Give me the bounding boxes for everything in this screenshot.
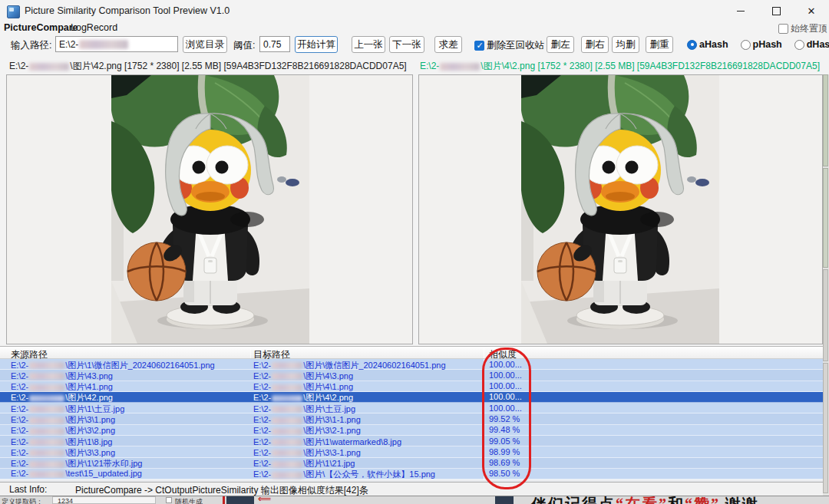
always-on-top-checkbox[interactable]: 始终置顶 xyxy=(778,22,827,35)
toolbar: 输入路径: E:\2- 浏览目录 阈值: 0.75 开始计算 上一张 下一张 求… xyxy=(0,35,829,58)
redacted-path xyxy=(272,406,302,413)
left-file-info: E:\2-\图片\42.png [1752 * 2380] [2.55 MB] … xyxy=(9,60,407,73)
start-compute-button[interactable]: 开始计算 xyxy=(295,36,338,53)
status-bar: Last Info: PictureCompare -> CtOutputPic… xyxy=(0,482,829,496)
target-image xyxy=(521,75,719,344)
source-image xyxy=(111,75,309,344)
similarity-value: 100.00... xyxy=(489,371,535,380)
target-image-panel[interactable] xyxy=(418,74,823,344)
redacted-path xyxy=(29,373,64,380)
threshold-label: 阈值: xyxy=(233,39,255,52)
similarity-value: 98.69 % xyxy=(489,458,535,467)
delete-right-button[interactable]: 删右 xyxy=(581,36,609,53)
title-bar: Picture Similarity Comparison Tool Previ… xyxy=(0,0,829,21)
random-label: 随机生成 xyxy=(175,497,203,504)
redacted-path xyxy=(29,461,64,468)
background-window-strip: 定义提取码： 1234 随机生成 ⟸ 伴们记得点“在看”和“赞” 谢谢 xyxy=(0,496,829,504)
source-image-panel[interactable] xyxy=(6,74,413,344)
redacted-path xyxy=(272,450,302,456)
redacted-path xyxy=(272,439,302,446)
redacted-path xyxy=(272,417,302,424)
results-table: E:\2-\图片\1\微信图片_20240602164051.pngE:\2-\… xyxy=(0,359,823,480)
similarity-value: 98.99 % xyxy=(489,447,535,456)
prev-image-button[interactable]: 上一张 xyxy=(352,36,385,53)
menu-picturecompare[interactable]: PictureCompare xyxy=(4,22,78,33)
maximize-button[interactable] xyxy=(758,0,794,21)
diff-button[interactable]: 求差 xyxy=(434,36,462,53)
checkbox-checked-icon xyxy=(474,41,484,51)
file-info-row: E:\2-\图片\42.png [1752 * 2380] [2.55 MB] … xyxy=(0,58,829,74)
hash-radio-dhash[interactable]: dHash xyxy=(794,39,829,50)
delete-left-button[interactable]: 删左 xyxy=(547,36,574,53)
similarity-value: 100.00... xyxy=(489,392,535,401)
redacted-path xyxy=(440,63,480,71)
redacted-path xyxy=(79,40,128,49)
dark-block xyxy=(226,496,254,504)
redacted-path xyxy=(29,450,64,456)
delete-dup-button[interactable]: 删重 xyxy=(646,36,673,53)
radio-icon xyxy=(741,40,751,50)
table-row[interactable]: E:\2-\图片\1\8.jpgE:\2-\图片\1\watermarked\8… xyxy=(0,436,823,446)
redacted-path xyxy=(29,428,64,435)
browse-button[interactable]: 浏览目录 xyxy=(183,36,227,53)
redacted-path xyxy=(272,362,302,369)
window-title: Picture Similarity Comparison Tool Previ… xyxy=(25,5,230,16)
table-header: 来源路径 目标路径 相似度 xyxy=(0,346,823,359)
redacted-path xyxy=(272,461,302,468)
redacted-path xyxy=(29,471,64,478)
similarity-value: 100.00... xyxy=(489,404,535,413)
occluded-window-sliver xyxy=(823,74,829,496)
app-icon xyxy=(7,5,20,18)
table-row[interactable]: E:\2-\图片\1\土豆.jpgE:\2-\图片\土豆.jpg100.00..… xyxy=(0,403,823,413)
delete-both-button[interactable]: 均删 xyxy=(612,36,639,53)
redacted-path xyxy=(29,417,64,424)
redacted-path xyxy=(272,395,302,402)
redacted-path xyxy=(272,384,302,391)
redacted-path xyxy=(272,428,302,435)
radio-icon xyxy=(687,40,697,50)
promo-text: 伴们记得点“在看”和“赞” 谢谢 xyxy=(531,496,759,504)
right-file-info: E:\2-\图片\4\2.png [1752 * 2380] [2.55 MB]… xyxy=(420,60,820,73)
checkbox-icon xyxy=(778,24,788,34)
table-row[interactable]: E:\2-\图片\41.pngE:\2-\图片\4\1.png100.00... xyxy=(0,381,823,392)
red-bar xyxy=(223,496,225,504)
table-row[interactable]: E:\2-\图片\1\微信图片_20240602164051.pngE:\2-\… xyxy=(0,359,823,370)
table-row[interactable]: E:\2-\图片\1\21带水印.jpgE:\2-\图片\1\21.jpg98.… xyxy=(0,458,823,469)
table-row[interactable]: E:\2-\图片\42.pngE:\2-\图片\4\2.png100.00... xyxy=(0,392,823,403)
redacted-path xyxy=(29,439,64,446)
minimize-button[interactable] xyxy=(723,0,758,21)
redacted-path xyxy=(272,373,302,380)
similarity-value: 99.48 % xyxy=(489,425,535,434)
random-checkbox[interactable] xyxy=(166,497,172,503)
menu-bar: PictureCompare LogRecord 始终置顶 xyxy=(0,21,829,35)
status-label: Last Info: xyxy=(9,484,47,495)
hash-radio-phash[interactable]: pHash xyxy=(741,39,782,50)
dark-block xyxy=(495,496,514,504)
table-row[interactable]: E:\2-\test\15_updated.jpgE:\2-\图片\【公众号，软… xyxy=(0,469,823,479)
recycle-bin-checkbox[interactable]: 删除至回收站 xyxy=(474,39,544,52)
input-path-field[interactable]: E:\2- xyxy=(55,36,178,52)
input-path-label: 输入路径: xyxy=(11,39,51,52)
hash-radio-ahash[interactable]: aHash xyxy=(687,39,728,50)
redacted-path xyxy=(29,406,64,413)
menu-logrecord[interactable]: LogRecord xyxy=(71,22,117,33)
redacted-path xyxy=(29,395,64,402)
table-row[interactable]: E:\2-\图片\3\3.pngE:\2-\图片\3\3-1.png98.99 … xyxy=(0,446,823,457)
similarity-value: 100.00... xyxy=(489,381,535,390)
code-value-field[interactable]: 1234 xyxy=(52,496,156,504)
similarity-value: 99.05 % xyxy=(489,436,535,446)
redacted-path xyxy=(29,63,69,71)
similarity-value: 98.50 % xyxy=(489,469,535,478)
code-label: 定义提取码： xyxy=(2,497,43,504)
next-image-button[interactable]: 下一张 xyxy=(389,36,424,53)
similarity-value: 100.00... xyxy=(489,360,535,369)
table-row[interactable]: E:\2-\图片\43.pngE:\2-\图片\4\3.png100.00... xyxy=(0,370,823,380)
app-window: Picture Similarity Comparison Tool Previ… xyxy=(0,0,829,504)
threshold-field[interactable]: 0.75 xyxy=(259,36,290,52)
table-row[interactable]: E:\2-\图片\3\2.pngE:\2-\图片\3\2-1.png99.48 … xyxy=(0,425,823,436)
redacted-path xyxy=(29,362,64,369)
red-arrow-icon: ⟸ xyxy=(258,496,271,504)
table-row[interactable]: E:\2-\图片\3\1.pngE:\2-\图片\3\1-1.png99.52 … xyxy=(0,413,823,424)
close-button[interactable]: ✕ xyxy=(794,0,829,21)
hash-radio-group: aHashpHashdHash xyxy=(687,39,829,50)
